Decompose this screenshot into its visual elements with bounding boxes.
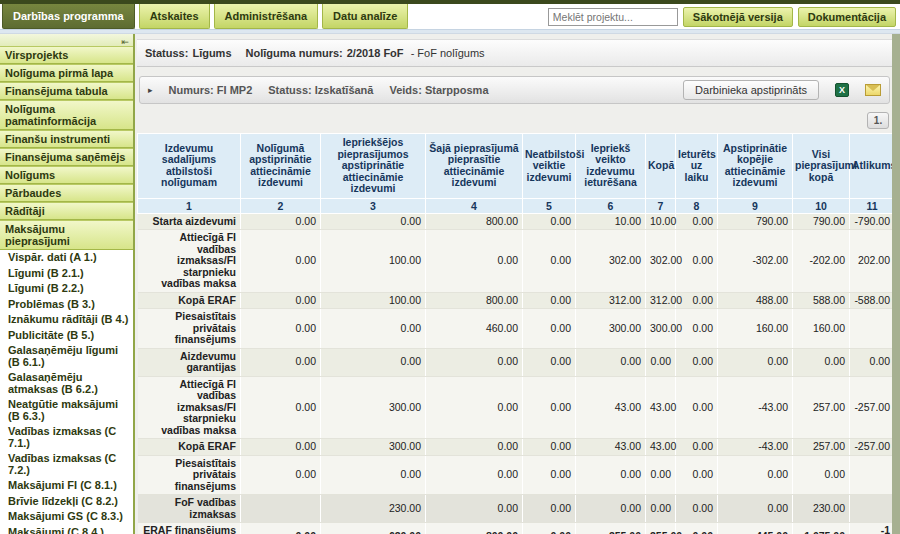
sidebar-subitem[interactable]: Maksājumi (C 8.4.) bbox=[0, 525, 133, 534]
cell-remainder: 0.00 bbox=[850, 348, 895, 376]
cell-approved-in-agreement: 0.00 bbox=[241, 455, 321, 495]
sidebar-subitem[interactable]: Maksājumi FI (C 8.1.) bbox=[0, 478, 133, 494]
cell-requested-this-request: 0.00 bbox=[426, 376, 523, 439]
search-input[interactable] bbox=[548, 8, 678, 26]
cell-approved-in-agreement bbox=[241, 495, 321, 523]
cell-withholding-previous: 0.00 bbox=[576, 348, 646, 376]
collapse-sidebar-icon[interactable]: ⇤ bbox=[121, 37, 129, 47]
original-version-button[interactable]: Sākotnējā versija bbox=[683, 7, 793, 27]
email-icon[interactable] bbox=[865, 84, 881, 96]
sidebar-subitem[interactable]: Brīvie līdzekļi (C 8.2.) bbox=[0, 494, 133, 510]
main-content: Statuss:LīgumsNolīguma numurs:2/2018 FoF… bbox=[135, 34, 892, 534]
sidebar-item[interactable]: Pārbaudes bbox=[0, 184, 133, 202]
cell-total: 0.00 bbox=[646, 348, 676, 376]
table-header-cell: Atlikums bbox=[850, 134, 895, 199]
agreement-name: - FoF nolīgums bbox=[411, 47, 485, 59]
cell-remainder bbox=[850, 455, 895, 495]
nav-tab[interactable]: Datu analīze bbox=[322, 4, 408, 29]
cell-requested-this-request: 800.00 bbox=[426, 523, 523, 534]
cell-noncompliant-expenses: 0.00 bbox=[523, 230, 576, 293]
sidebar-subitem[interactable]: Līgumi (B 2.1.) bbox=[0, 266, 133, 282]
sidebar-item[interactable]: Nolīgums bbox=[0, 166, 133, 184]
column-number-cell: 8 bbox=[676, 198, 718, 213]
cell-noncompliant-expenses: 0.00 bbox=[523, 523, 576, 534]
sidebar-item[interactable]: Nolīguma pamatinformācija bbox=[0, 100, 133, 130]
cell-approved-previous-requests: 0.00 bbox=[321, 348, 426, 376]
employee-approved-button[interactable]: Darbinieka apstiprināts bbox=[683, 80, 819, 100]
excel-export-icon[interactable]: X bbox=[835, 83, 849, 97]
sidebar-item[interactable]: Virsprojekts bbox=[0, 46, 133, 64]
cell-withholding-previous: 43.00 bbox=[576, 439, 646, 456]
column-number-cell: 2 bbox=[241, 198, 321, 213]
sidebar-subitem[interactable]: Publicitāte (B 5.) bbox=[0, 328, 133, 344]
cell-withholding-previous: 302.00 bbox=[576, 230, 646, 293]
cell-withheld-temporarily: 0.00 bbox=[676, 495, 718, 523]
page-1-button[interactable]: 1. bbox=[867, 112, 889, 129]
cell-approved-in-agreement: 0.00 bbox=[241, 213, 321, 230]
cell-approved-in-agreement: 0.00 bbox=[241, 348, 321, 376]
table-row: Starta aizdevumi 0.00 0.00 800.00 0.00 1… bbox=[138, 213, 895, 230]
cell-requested-this-request: 800.00 bbox=[426, 213, 523, 230]
cell-withheld-temporarily: 0.00 bbox=[676, 439, 718, 456]
cell-approved-total-eligible: 160.00 bbox=[718, 309, 793, 349]
sidebar-subitem[interactable]: Galasaņēmēju līgumi (B 6.1.) bbox=[0, 343, 133, 370]
sidebar-item[interactable]: Rādītāji bbox=[0, 202, 133, 220]
sidebar-item[interactable]: Finansējuma saņēmējs bbox=[0, 148, 133, 166]
cell-approved-total-eligible: 488.00 bbox=[718, 292, 793, 309]
sidebar-item[interactable]: Finansējuma tabula bbox=[0, 82, 133, 100]
sidebar-subitem[interactable]: Problēmas (B 3.) bbox=[0, 297, 133, 313]
row-label: Attiecīgā FI vadības izmaksas/FI starpni… bbox=[138, 376, 241, 439]
cell-approved-previous-requests: 100.00 bbox=[321, 230, 426, 293]
cell-withheld-temporarily: 0.00 bbox=[676, 213, 718, 230]
table-header-cell: Visi pieprasījumi kopā bbox=[793, 134, 850, 199]
column-number-cell: 7 bbox=[646, 198, 676, 213]
cell-remainder: -257.00 bbox=[850, 376, 895, 439]
documentation-button[interactable]: Dokumentācija bbox=[798, 7, 896, 27]
cell-total: 302.00 bbox=[646, 230, 676, 293]
status-value: Līgums bbox=[192, 47, 231, 59]
sidebar-subitem[interactable]: Vadības izmaksas (C 7.1.) bbox=[0, 424, 133, 451]
agreement-number-label: Nolīguma numurs: bbox=[246, 47, 343, 59]
sidebar-subitem[interactable]: Maksājumi GS (C 8.3.) bbox=[0, 509, 133, 525]
row-label: Piesaistītais privātais finansējums bbox=[138, 309, 241, 349]
row-label: Starta aizdevumi bbox=[138, 213, 241, 230]
sidebar-item[interactable]: Finanšu instrumenti bbox=[0, 130, 133, 148]
column-number-cell: 3 bbox=[321, 198, 426, 213]
cell-approved-total-eligible: 0.00 bbox=[718, 455, 793, 495]
row-label: ERAF finansējums (kopā) bbox=[138, 523, 241, 534]
sidebar-subitem[interactable]: Iznākumu rādītāji (B 4.) bbox=[0, 312, 133, 328]
payment-request-accordion-header[interactable]: ▸ Numurs: FI MP2 Statuss: Izskatīšanā Ve… bbox=[139, 76, 890, 104]
table-row: Piesaistītais privātais finansējums 0.00… bbox=[138, 309, 895, 349]
sidebar-subitems: Vispār. dati (A 1.) Līgumi (B 2.1.) Līgu… bbox=[0, 250, 133, 534]
cell-approved-previous-requests: 630.00 bbox=[321, 523, 426, 534]
sidebar-item[interactable]: Maksājumu pieprasījumi bbox=[0, 220, 133, 250]
cell-all-requests-total: 0.00 bbox=[793, 455, 850, 495]
table-row: Kopā ERAF 0.00 300.00 0.00 0.00 43.00 43… bbox=[138, 439, 895, 456]
cell-requested-this-request: 800.00 bbox=[426, 292, 523, 309]
sidebar-subitem[interactable]: Neatgūtie maksājumi (B 6.3.) bbox=[0, 397, 133, 424]
table-row: Kopā ERAF 0.00 100.00 800.00 0.00 312.00… bbox=[138, 292, 895, 309]
cell-total: 43.00 bbox=[646, 376, 676, 439]
nav-tab[interactable]: Darbības programma bbox=[2, 4, 135, 29]
cell-approved-in-agreement: 0.00 bbox=[241, 523, 321, 534]
sidebar-subitem[interactable]: Galasaņēmēju atmaksas (B 6.2.) bbox=[0, 370, 133, 397]
table-row: Attiecīgā FI vadības izmaksas/FI starpni… bbox=[138, 230, 895, 293]
nav-tab[interactable]: Atskaites bbox=[139, 4, 210, 29]
expand-arrow-icon[interactable]: ▸ bbox=[148, 85, 153, 95]
cell-noncompliant-expenses: 0.00 bbox=[523, 213, 576, 230]
request-info-segment: Veids: Starpposma bbox=[389, 84, 488, 96]
cell-withheld-temporarily: 0.00 bbox=[676, 455, 718, 495]
cell-withheld-temporarily: 0.00 bbox=[676, 348, 718, 376]
nav-tab[interactable]: Administrēšana bbox=[214, 4, 319, 29]
sidebar-item[interactable]: Nolīguma pirmā lapa bbox=[0, 64, 133, 82]
table-row: Piesaistītais privātais finansējums 0.00… bbox=[138, 455, 895, 495]
cell-requested-this-request: 0.00 bbox=[426, 455, 523, 495]
table-row: Attiecīgā FI vadības izmaksas/FI starpni… bbox=[138, 376, 895, 439]
column-number-cell: 6 bbox=[576, 198, 646, 213]
sidebar-subitem[interactable]: Vadības izmaksas (C 7.2.) bbox=[0, 451, 133, 478]
row-label: Attiecīgā FI vadības izmaksas/FI starpni… bbox=[138, 230, 241, 293]
cell-approved-total-eligible: -43.00 bbox=[718, 376, 793, 439]
sidebar-subitem[interactable]: Līgumi (B 2.2.) bbox=[0, 281, 133, 297]
table-header-cell: Šajā pieprasījumā pieprasītie attiecinām… bbox=[426, 134, 523, 199]
sidebar-subitem[interactable]: Vispār. dati (A 1.) bbox=[0, 250, 133, 266]
